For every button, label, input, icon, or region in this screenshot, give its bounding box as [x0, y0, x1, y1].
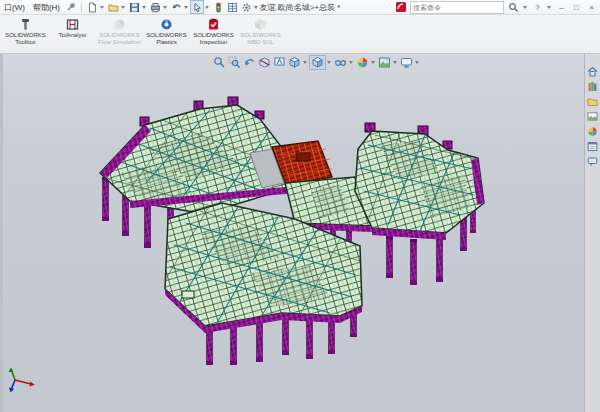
search-input[interactable]	[411, 4, 489, 11]
addin-label: SOLIDWORKS Plastics	[143, 32, 190, 45]
title-bar: 口(W) 帮助(H) 友谊.欧尚名城>+总	[0, 0, 600, 15]
hide-show-items-icon[interactable]	[333, 56, 348, 69]
heads-up-view-toolbar	[212, 55, 421, 70]
zoom-to-area-icon[interactable]	[227, 56, 242, 69]
section-view-icon[interactable]	[257, 56, 272, 69]
view-orientation-caret[interactable]	[303, 61, 307, 64]
addin-label: SOLIDWORKS MBD SNL	[237, 32, 284, 45]
new-file-caret[interactable]	[100, 6, 104, 9]
appearances-scenes-icon[interactable]	[587, 123, 598, 134]
apply-scene-caret[interactable]	[393, 61, 397, 64]
print-icon[interactable]	[148, 0, 162, 14]
graphics-viewport[interactable]	[0, 53, 600, 412]
save-icon[interactable]	[127, 0, 141, 14]
addins-toolbar: SOLIDWORKS Toolbox TolAnalyst SOLIDWORKS…	[0, 15, 600, 54]
addin-tolanalyst[interactable]: TolAnalyst	[49, 15, 96, 53]
solidworks-resources-icon[interactable]	[587, 63, 598, 74]
titlebar-right: ? – □ ×	[394, 0, 600, 14]
select-caret[interactable]	[205, 6, 209, 9]
task-pane-tabs	[584, 53, 600, 412]
addin-inspection[interactable]: SOLIDWORKS Inspection	[190, 15, 237, 53]
zoom-to-fit-icon[interactable]	[212, 56, 227, 69]
file-explorer-icon[interactable]	[587, 93, 598, 104]
hide-show-items-caret[interactable]	[349, 61, 353, 64]
select-icon[interactable]	[190, 0, 204, 14]
plastics-icon	[160, 18, 173, 31]
view-palette-icon[interactable]	[587, 108, 598, 119]
addin-label: SOLIDWORKS Inspection	[190, 32, 237, 45]
menu-help[interactable]: 帮助(H)	[29, 2, 64, 13]
menu-window[interactable]: 口(W)	[0, 2, 29, 13]
assembly-model[interactable]	[0, 53, 585, 412]
display-style-caret[interactable]	[327, 61, 331, 64]
inspection-icon	[207, 18, 220, 31]
restore-button[interactable]: □	[570, 2, 583, 13]
rebuild-traffic-light-icon[interactable]	[211, 0, 225, 14]
help-button[interactable]: ?	[531, 2, 544, 13]
pin-icon[interactable]	[64, 0, 78, 14]
mbd-snl-icon	[254, 18, 267, 31]
addin-mbd-snl[interactable]: SOLIDWORKS MBD SNL	[237, 15, 284, 53]
dynamic-annotation-views-icon[interactable]	[272, 56, 287, 69]
search-box[interactable]	[410, 1, 504, 14]
addin-solidworks-toolbox[interactable]: SOLIDWORKS Toolbox	[2, 15, 49, 53]
close-button[interactable]: ×	[585, 2, 598, 13]
toolbar-separator	[81, 3, 82, 12]
apply-scene-icon[interactable]	[377, 56, 392, 69]
search-caret[interactable]	[523, 6, 527, 9]
addin-label: SOLIDWORKS Toolbox	[2, 32, 49, 45]
solidworks-window: { "window": { "menu": [ {"label": "口(W)"…	[0, 0, 600, 412]
search-icon[interactable]	[506, 0, 520, 14]
tolanalyst-icon	[66, 18, 79, 31]
help-caret[interactable]	[547, 6, 551, 9]
addin-flow-simulation[interactable]: SOLIDWORKS Flow Simulation	[96, 15, 143, 53]
print-caret[interactable]	[163, 6, 167, 9]
save-caret[interactable]	[142, 6, 146, 9]
view-settings-icon[interactable]	[399, 56, 414, 69]
open-file-icon[interactable]	[106, 0, 120, 14]
undo-icon[interactable]	[169, 0, 183, 14]
file-properties-icon[interactable]	[225, 0, 239, 14]
edit-appearance-icon[interactable]	[355, 56, 370, 69]
origin-triad	[5, 366, 39, 396]
document-title: 友谊.欧尚名城>+总装 *	[260, 2, 341, 13]
display-style-icon[interactable]	[309, 55, 326, 70]
options-gear-icon[interactable]	[239, 0, 253, 14]
design-library-icon[interactable]	[587, 78, 598, 89]
options-caret[interactable]	[254, 6, 258, 9]
previous-view-icon[interactable]	[242, 56, 257, 69]
custom-properties-icon[interactable]	[587, 138, 598, 149]
quick-access-toolbar	[85, 0, 260, 14]
view-settings-caret[interactable]	[415, 61, 419, 64]
addin-label: TolAnalyst	[59, 32, 86, 39]
solidworks-forum-icon[interactable]	[587, 153, 598, 164]
toolbox-icon	[19, 18, 32, 31]
solidworks-logo-icon	[394, 0, 408, 14]
minimize-button[interactable]: –	[555, 2, 568, 13]
addin-label: SOLIDWORKS Flow Simulation	[96, 32, 143, 45]
undo-caret[interactable]	[184, 6, 188, 9]
flow-simulation-icon	[113, 18, 126, 31]
addin-plastics[interactable]: SOLIDWORKS Plastics	[143, 15, 190, 53]
view-orientation-icon[interactable]	[287, 56, 302, 69]
open-file-caret[interactable]	[121, 6, 125, 9]
new-file-icon[interactable]	[85, 0, 99, 14]
edit-appearance-caret[interactable]	[371, 61, 375, 64]
